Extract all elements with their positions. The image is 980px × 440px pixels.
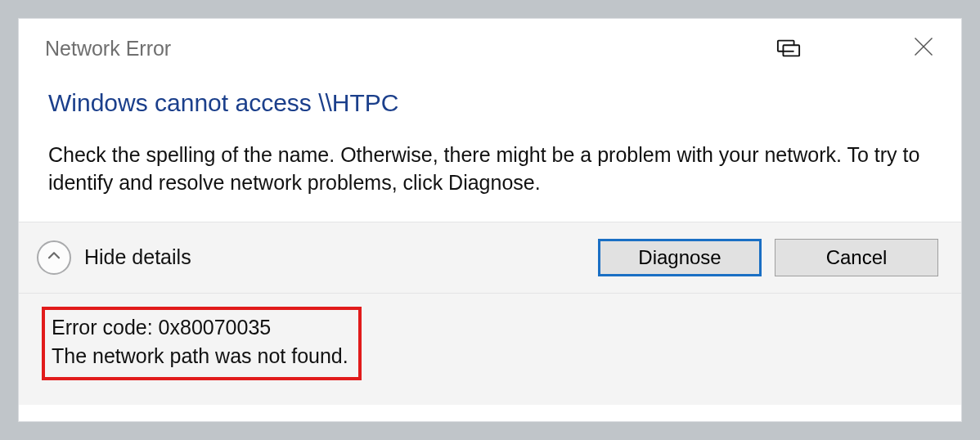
error-headline: Windows cannot access \\HTPC: [19, 78, 961, 122]
error-body-text: Check the spelling of the name. Otherwis…: [19, 122, 961, 222]
close-icon: [912, 35, 935, 61]
cancel-button[interactable]: Cancel: [775, 239, 938, 276]
chevron-up-icon: [47, 249, 61, 267]
network-screen-icon: [776, 36, 801, 61]
highlighted-error-box: Error code: 0x80070035 The network path …: [42, 307, 362, 380]
close-button[interactable]: [899, 28, 948, 69]
details-toggle-label[interactable]: Hide details: [84, 245, 191, 269]
details-panel: Error code: 0x80070035 The network path …: [19, 294, 961, 405]
error-message-line: The network path was not found.: [52, 342, 348, 370]
network-error-dialog: Network Error Windows cannot access \\HT…: [18, 18, 962, 422]
error-code-line: Error code: 0x80070035: [52, 313, 348, 342]
action-row: Hide details Diagnose Cancel: [19, 222, 961, 294]
title-bar: Network Error: [19, 19, 961, 78]
window-title: Network Error: [45, 37, 171, 61]
details-toggle-button[interactable]: [37, 240, 71, 275]
diagnose-button[interactable]: Diagnose: [598, 239, 762, 276]
